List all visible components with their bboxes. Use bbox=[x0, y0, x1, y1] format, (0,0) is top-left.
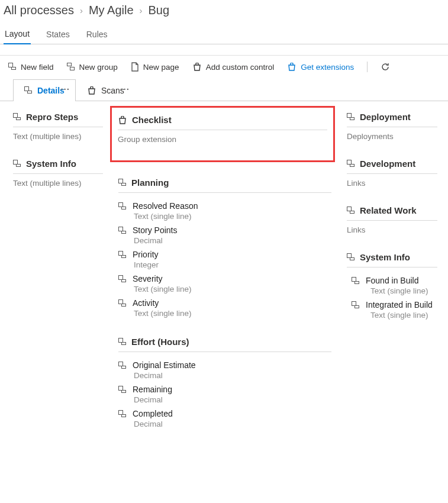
group-title: Effort (Hours) bbox=[131, 337, 189, 347]
chevron-right-icon: › bbox=[137, 5, 145, 15]
group-title: Deployment bbox=[360, 112, 411, 122]
breadcrumb-my-agile[interactable]: My Agile bbox=[89, 4, 134, 17]
field-name: Priority bbox=[133, 250, 159, 259]
column-right: Deployment Deployments Development Links… bbox=[347, 109, 437, 445]
group-caption: Links bbox=[347, 179, 437, 188]
refresh-button[interactable] bbox=[381, 62, 390, 72]
group-icon bbox=[347, 160, 355, 168]
shopping-bag-icon bbox=[118, 116, 127, 124]
group-development[interactable]: Development Links bbox=[347, 156, 437, 188]
add-custom-control-label: Add custom control bbox=[206, 63, 275, 72]
field-type: Decimal bbox=[133, 420, 173, 428]
tab-layout[interactable]: Layout bbox=[4, 27, 31, 44]
field-icon bbox=[118, 362, 127, 370]
group-icon bbox=[347, 207, 355, 215]
field-name: Severity bbox=[133, 274, 192, 283]
field-name: Original Estimate bbox=[133, 360, 196, 370]
group-icon bbox=[13, 113, 21, 121]
field-icon bbox=[8, 63, 17, 71]
field-icon bbox=[118, 299, 127, 308]
group-title: System Info bbox=[360, 252, 410, 262]
field-row[interactable]: SeverityText (single line) bbox=[118, 270, 331, 295]
tab-details-more[interactable]: ··· bbox=[58, 84, 72, 94]
group-title: Checklist bbox=[132, 115, 172, 125]
toolbar-divider bbox=[367, 62, 368, 72]
field-icon bbox=[352, 277, 360, 285]
field-icon bbox=[118, 251, 127, 259]
field-name: Activity bbox=[133, 298, 192, 308]
group-icon bbox=[13, 160, 21, 168]
group-checklist[interactable]: Checklist bbox=[118, 112, 327, 130]
field-type: Text (multiple lines) bbox=[13, 179, 103, 188]
field-row[interactable]: Original EstimateDecimal bbox=[118, 357, 331, 381]
field-row[interactable]: Integrated in BuildText (single line) bbox=[347, 296, 437, 321]
column-middle: Checklist Group extension Planning Resol… bbox=[118, 109, 331, 445]
group-related-work[interactable]: Related Work Links bbox=[347, 203, 437, 234]
tab-states[interactable]: States bbox=[45, 27, 71, 44]
field-row[interactable]: CompletedDecimal bbox=[118, 405, 331, 430]
add-custom-control-button[interactable]: Add custom control bbox=[192, 63, 275, 72]
new-page-label: New page bbox=[143, 63, 179, 72]
tab-scans-more[interactable]: ··· bbox=[118, 84, 132, 94]
field-name: Story Points bbox=[133, 225, 177, 235]
breadcrumb-bug[interactable]: Bug bbox=[149, 4, 170, 17]
new-field-label: New field bbox=[21, 63, 54, 72]
field-row[interactable]: PriorityInteger bbox=[118, 246, 331, 270]
column-left: Repro Steps Text (multiple lines) System… bbox=[13, 109, 103, 445]
field-type: Text (single line) bbox=[366, 311, 433, 320]
field-row[interactable]: ActivityText (single line) bbox=[118, 295, 331, 319]
shopping-bag-icon bbox=[87, 86, 96, 95]
field-type: Text (single line) bbox=[366, 286, 428, 295]
group-icon bbox=[67, 63, 75, 71]
field-name: Resolved Reason bbox=[133, 201, 198, 211]
group-deployment[interactable]: Deployment Deployments bbox=[347, 109, 437, 141]
group-icon bbox=[347, 113, 355, 121]
group-system-info-left[interactable]: System Info Text (multiple lines) bbox=[13, 156, 103, 188]
group-icon bbox=[347, 253, 355, 262]
field-row[interactable]: Resolved ReasonText (single line) bbox=[118, 198, 331, 222]
new-group-button[interactable]: New group bbox=[67, 63, 118, 72]
group-repro-steps[interactable]: Repro Steps Text (multiple lines) bbox=[13, 109, 103, 141]
layout-tabs: Details ··· Scans ··· bbox=[0, 78, 448, 101]
field-type: Decimal bbox=[133, 395, 172, 404]
group-effort[interactable]: Effort (Hours) Original EstimateDecimalR… bbox=[118, 334, 331, 430]
refresh-icon bbox=[381, 62, 390, 72]
shopping-bag-icon bbox=[287, 63, 296, 71]
new-field-button[interactable]: New field bbox=[8, 63, 54, 72]
field-type: Decimal bbox=[133, 236, 177, 245]
group-caption: Links bbox=[347, 225, 437, 234]
page-icon bbox=[131, 62, 139, 72]
new-group-label: New group bbox=[79, 63, 118, 72]
group-planning[interactable]: Planning Resolved ReasonText (single lin… bbox=[118, 175, 331, 319]
layout-columns: Repro Steps Text (multiple lines) System… bbox=[0, 101, 448, 469]
group-caption: Deployments bbox=[347, 132, 437, 141]
chevron-right-icon: › bbox=[78, 5, 85, 15]
field-name: Integrated in Build bbox=[366, 300, 433, 309]
group-title: Development bbox=[360, 159, 415, 169]
group-icon bbox=[118, 179, 127, 187]
group-title: Repro Steps bbox=[26, 112, 78, 122]
field-icon bbox=[118, 386, 127, 394]
field-icon bbox=[118, 227, 127, 235]
field-icon bbox=[118, 202, 127, 211]
field-icon bbox=[352, 301, 360, 309]
field-name: Completed bbox=[133, 409, 173, 418]
field-type: Text (single line) bbox=[133, 285, 192, 294]
group-system-info-right[interactable]: System Info Found in BuildText (single l… bbox=[347, 250, 437, 321]
page-tabs: Layout States Rules bbox=[0, 20, 448, 44]
tab-rules[interactable]: Rules bbox=[85, 27, 109, 44]
field-type: Text (single line) bbox=[133, 212, 198, 221]
field-row[interactable]: Found in BuildText (single line) bbox=[347, 272, 437, 296]
shopping-bag-icon bbox=[192, 63, 202, 71]
field-type: Text (multiple lines) bbox=[13, 132, 103, 141]
get-extensions-button[interactable]: Get extensions bbox=[287, 63, 354, 72]
group-subtitle: Group extension bbox=[118, 135, 327, 144]
field-row[interactable]: RemainingDecimal bbox=[118, 381, 331, 405]
breadcrumb-all-processes[interactable]: All processes bbox=[4, 4, 74, 17]
field-row[interactable]: Story PointsDecimal bbox=[118, 222, 331, 246]
field-name: Remaining bbox=[133, 385, 172, 394]
group-title: System Info bbox=[26, 159, 76, 169]
breadcrumb: All processes › My Agile › Bug bbox=[0, 0, 448, 20]
new-page-button[interactable]: New page bbox=[131, 62, 179, 72]
highlighted-checklist-group: Checklist Group extension bbox=[110, 106, 335, 162]
